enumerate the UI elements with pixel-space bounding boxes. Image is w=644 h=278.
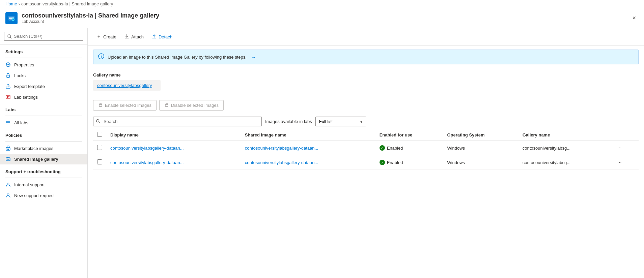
sidebar-item-internal-support-label: Internal support: [14, 182, 45, 187]
sidebar-item-export-label: Export template: [14, 84, 45, 89]
labs-divider: [5, 116, 82, 116]
create-icon: ＋: [96, 34, 101, 40]
create-label: Create: [103, 34, 116, 39]
detach-icon: [152, 34, 157, 40]
table-header-row: Display name Shared image name Enabled f…: [93, 129, 639, 141]
row2-more-button[interactable]: ···: [615, 159, 623, 166]
disable-images-label: Disable selected images: [171, 103, 219, 108]
search-input-wrap: [93, 117, 262, 126]
detach-button[interactable]: Detach: [148, 32, 176, 42]
row1-os: Windows: [443, 141, 518, 155]
svg-rect-25: [99, 104, 102, 106]
select-all-checkbox[interactable]: [97, 132, 102, 137]
enable-images-button[interactable]: Enable selected images: [93, 100, 157, 111]
sidebar-item-properties-label: Properties: [14, 62, 34, 67]
col-gallery-name: Gallery name: [519, 129, 611, 141]
sidebar-item-sharedgallery-label: Shared image gallery: [14, 157, 58, 162]
col-enabled-for-use: Enabled for use: [375, 129, 443, 141]
svg-point-24: [101, 55, 102, 56]
table-search-input[interactable]: [93, 117, 262, 126]
col-display-name: Display name: [106, 129, 241, 141]
app-icon: [5, 12, 18, 24]
sidebar: Settings Properties Locks Export templat…: [0, 28, 88, 278]
sidebar-item-export[interactable]: Export template: [0, 81, 87, 92]
detach-label: Detach: [159, 34, 172, 39]
top-bar: contosouniversitylabs-la | Shared image …: [0, 8, 644, 28]
policies-divider: [5, 141, 82, 142]
row2-checkbox[interactable]: [97, 159, 102, 164]
row1-display-link[interactable]: contosouniversitylabsgallery-dataan...: [110, 146, 184, 151]
attach-button[interactable]: Attach: [121, 32, 147, 42]
col-actions: [611, 129, 639, 141]
breadcrumb-current: contosouniversitylabs-la | Shared image …: [21, 1, 113, 6]
info-banner: Upload an image to this Shared Image Gal…: [93, 50, 639, 64]
svg-rect-12: [8, 96, 9, 97]
filter-label: Images available in labs: [265, 119, 312, 124]
info-link[interactable]: →: [251, 55, 256, 60]
row1-shared-name: contosouniversitylabsgallery-dataan...: [241, 141, 375, 155]
row1-shared-link[interactable]: contosouniversitylabsgallery-dataan...: [245, 146, 318, 151]
sidebar-item-labsettings[interactable]: Lab settings: [0, 92, 87, 102]
row2-enabled: ✓ Enabled: [375, 155, 443, 170]
sidebar-search-container: [0, 28, 87, 44]
new-support-icon: [5, 193, 11, 198]
row1-display-name: contosouniversitylabsgallery-dataan...: [106, 141, 241, 155]
sharedgallery-icon: [5, 156, 11, 162]
svg-rect-17: [7, 149, 9, 150]
row1-more-button[interactable]: ···: [615, 144, 623, 152]
row2-enabled-text: Enabled: [387, 160, 403, 165]
table-row: contosouniversitylabsgallery-dataan... c…: [93, 155, 639, 170]
sidebar-item-alllabs-label: All labs: [14, 120, 28, 125]
svg-rect-26: [165, 104, 168, 106]
filter-select-wrap: Full list Enabled only Disabled only: [315, 117, 366, 126]
row2-display-name: contosouniversitylabsgallery-dataan...: [106, 155, 241, 170]
row2-display-link[interactable]: contosouniversitylabsgallery-dataan...: [110, 160, 184, 165]
svg-line-28: [99, 122, 100, 123]
row1-enabled-badge: ✓ Enabled: [380, 145, 439, 151]
table-body: contosouniversitylabsgallery-dataan... c…: [93, 141, 639, 170]
settings-divider: [5, 58, 82, 58]
support-divider: [5, 178, 82, 178]
select-all-cell: [93, 129, 106, 141]
sidebar-item-sharedgallery[interactable]: Shared image gallery: [0, 154, 87, 164]
close-button[interactable]: ×: [629, 13, 639, 23]
top-bar-left: contosouniversitylabs-la | Shared image …: [5, 12, 159, 24]
row1-enabled-text: Enabled: [387, 146, 403, 151]
svg-point-20: [7, 183, 9, 185]
svg-rect-11: [7, 96, 8, 98]
row2-gallery: contosouniversitylabsg...: [519, 155, 611, 170]
row2-shared-link[interactable]: contosouniversitylabsgallery-dataan...: [245, 160, 318, 165]
row1-checkbox[interactable]: [97, 145, 102, 150]
search-icon: [96, 119, 100, 124]
lock-icon: [5, 73, 11, 78]
sidebar-item-marketplace[interactable]: Marketplace images: [0, 143, 87, 154]
sidebar-item-alllabs[interactable]: All labs: [0, 117, 87, 128]
search-input[interactable]: [4, 32, 83, 41]
main-layout: Settings Properties Locks Export templat…: [0, 28, 644, 278]
filter-select[interactable]: Full list Enabled only Disabled only: [315, 117, 366, 126]
sidebar-item-properties[interactable]: Properties: [0, 59, 87, 70]
sidebar-item-marketplace-label: Marketplace images: [14, 146, 53, 151]
table-wrap: Display name Shared image name Enabled f…: [88, 129, 644, 175]
row2-checkbox-cell: [93, 155, 106, 170]
marketplace-icon: [5, 146, 11, 151]
gallery-name-section: Gallery name contosouniversitylabsgaller…: [88, 68, 644, 95]
settings-section-label: Settings: [0, 44, 87, 56]
filter-row: Images available in labs Full list Enabl…: [88, 114, 644, 129]
gallery-name-value[interactable]: contosouniversitylabsgallery: [93, 80, 161, 91]
breadcrumb-home[interactable]: Home: [5, 1, 17, 6]
sidebar-item-internal-support[interactable]: Internal support: [0, 179, 87, 190]
disable-images-button[interactable]: Disable selected images: [159, 100, 224, 111]
svg-point-21: [7, 194, 9, 196]
create-button[interactable]: ＋ Create: [93, 32, 120, 42]
sidebar-item-new-support[interactable]: New support request: [0, 190, 87, 201]
alllabs-icon: [5, 120, 11, 125]
images-table: Display name Shared image name Enabled f…: [93, 129, 639, 170]
row2-enabled-badge: ✓ Enabled: [380, 160, 439, 165]
page-title: contosouniversitylabs-la | Shared image …: [22, 12, 159, 19]
row1-checkbox-cell: [93, 141, 106, 155]
svg-rect-8: [7, 75, 9, 78]
table-row: contosouniversitylabsgallery-dataan... c…: [93, 141, 639, 155]
sidebar-item-locks[interactable]: Locks: [0, 70, 87, 81]
row2-shared-name: contosouniversitylabsgallery-dataan...: [241, 155, 375, 170]
